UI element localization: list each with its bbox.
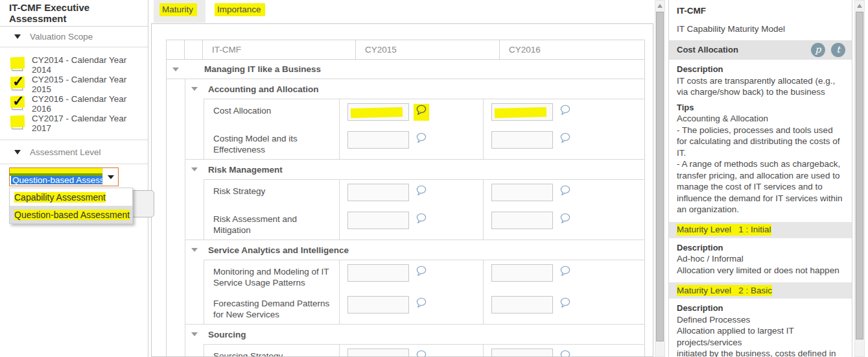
maturity-input[interactable] — [491, 212, 553, 229]
scroll-thumb[interactable] — [856, 12, 863, 339]
comment-bubble[interactable] — [414, 349, 429, 357]
comment-bubble-icon[interactable] — [415, 184, 428, 197]
section-valuation-scope[interactable]: Valuation Scope — [0, 27, 148, 47]
collapse-arrow-icon[interactable] — [191, 332, 198, 336]
comment-bubble-icon[interactable] — [415, 349, 428, 357]
header-cy2016: CY2016 — [500, 40, 644, 59]
comment-bubble-icon[interactable] — [559, 297, 572, 310]
comment-bubble[interactable] — [414, 212, 429, 229]
scroll-up-button[interactable] — [655, 1, 664, 11]
dropdown-option[interactable]: Question-based Assessment — [10, 206, 132, 223]
comment-bubble[interactable] — [557, 184, 573, 201]
maturity-content-panel: IT-CMF CY2015 CY2016 Managing IT like a … — [151, 23, 653, 357]
group-row[interactable]: Managing IT like a Business — [167, 60, 644, 79]
maturity-input[interactable] — [491, 103, 553, 121]
comment-bubble-icon[interactable] — [415, 265, 428, 278]
vertical-scrollbar[interactable] — [655, 0, 665, 357]
maturity-input[interactable] — [347, 184, 409, 201]
scope-item[interactable]: ✓CY2016 - Calendar Year 2016 — [0, 94, 148, 114]
maturity-input[interactable] — [347, 103, 409, 121]
dropdown-option[interactable]: Capability Assessment — [10, 188, 132, 206]
header-expand-col — [185, 40, 203, 59]
scope-item[interactable]: CY2014 - Calendar Year 2014 — [0, 55, 148, 75]
capability-label: Risk Assessment and Mitigation — [204, 208, 339, 240]
comment-bubble-icon[interactable] — [559, 132, 572, 145]
collapse-triangle-icon[interactable] — [14, 34, 21, 39]
subgroup-label: Accounting and Allocation — [208, 84, 319, 94]
comment-bubble-icon[interactable] — [415, 212, 428, 225]
comment-bubble-icon[interactable] — [559, 212, 572, 225]
maturity-level-bar: Maturity Level 2 : Basic — [669, 282, 852, 299]
comment-bubble-icon[interactable] — [415, 132, 428, 145]
maturity-input[interactable] — [347, 131, 409, 149]
subgroup-body: Sourcing Strategy — [204, 344, 644, 357]
comment-bubble[interactable] — [557, 132, 573, 149]
maturity-input[interactable] — [491, 131, 553, 149]
scope-item[interactable]: ✓CY2015 - Calendar Year 2015 — [0, 75, 148, 94]
value-cell-cy2015 — [339, 208, 483, 240]
maturity-input[interactable] — [347, 349, 409, 357]
comment-bubble-icon[interactable] — [415, 104, 428, 117]
assessment-level-select[interactable]: Question-based Assessm — [9, 167, 119, 186]
subgroup-row[interactable]: Risk Management — [185, 160, 644, 179]
group-label: Managing IT like a Business — [204, 64, 321, 74]
comment-bubble[interactable] — [414, 184, 429, 201]
scroll-thumb[interactable] — [656, 12, 664, 341]
checkbox[interactable] — [12, 118, 23, 129]
comment-bubble-icon[interactable] — [559, 184, 572, 197]
comment-bubble-icon[interactable] — [559, 104, 572, 117]
main-area: Maturity Importance IT-CMF CY2015 CY2016… — [151, 0, 653, 357]
scope-item-label: CY2016 - Calendar Year 2016 — [32, 94, 148, 114]
maturity-input[interactable] — [347, 212, 409, 229]
checkbox[interactable]: ✓ — [12, 99, 23, 110]
comment-bubble[interactable] — [557, 265, 573, 282]
level-description-text: Ad-hoc / InformalAllocation very limited… — [669, 253, 852, 276]
subgroup: Service Analytics and IntelligenceMonito… — [185, 240, 644, 325]
maturity-input[interactable] — [347, 296, 409, 314]
comment-bubble[interactable] — [414, 132, 429, 149]
subgroup-row[interactable]: Service Analytics and Intelligence — [185, 240, 644, 260]
scope-item-label: CY2015 - Calendar Year 2015 — [32, 75, 148, 94]
capability-name: Cost Allocation — [677, 44, 805, 56]
maturity-input[interactable] — [491, 296, 553, 314]
value-cell-cy2016 — [483, 127, 628, 159]
header-expand-col — [167, 40, 185, 59]
tab-maturity-label[interactable]: Maturity — [159, 5, 197, 14]
vertical-scrollbar[interactable] — [854, 0, 865, 357]
comment-bubble[interactable] — [414, 297, 429, 314]
maturity-input[interactable] — [347, 264, 409, 282]
level-description-label: Description — [669, 302, 852, 314]
collapse-arrow-icon[interactable] — [172, 68, 179, 71]
collapse-arrow-icon[interactable] — [191, 248, 198, 252]
select-arrow-zone[interactable] — [102, 168, 118, 186]
collapse-arrow-icon[interactable] — [191, 87, 198, 91]
section-assessment-level[interactable]: Assessment Level — [0, 140, 148, 164]
subgroup-row[interactable]: Sourcing — [185, 325, 644, 344]
scope-item[interactable]: CY2017 - Calendar Year 2017 — [0, 114, 148, 133]
comment-bubble[interactable] — [414, 104, 429, 121]
comment-bubble-icon[interactable] — [559, 349, 572, 357]
checkbox[interactable]: ✓ — [12, 79, 23, 90]
checkbox[interactable] — [12, 60, 23, 71]
comment-bubble[interactable] — [557, 104, 573, 121]
maturity-input[interactable] — [491, 264, 553, 282]
scroll-up-button[interactable] — [855, 1, 864, 11]
value-cell-cy2016 — [483, 292, 628, 324]
subgroup-row[interactable]: Accounting and Allocation — [185, 79, 644, 99]
hidden-button[interactable] — [131, 190, 154, 217]
tab-importance-label[interactable]: Importance — [215, 5, 265, 14]
comment-bubble[interactable] — [414, 265, 429, 282]
tips-icon[interactable]: t — [831, 43, 845, 57]
comment-bubble[interactable] — [557, 212, 573, 229]
maturity-input[interactable] — [491, 349, 553, 357]
maturity-input[interactable] — [491, 184, 553, 201]
comment-bubble[interactable] — [557, 349, 573, 357]
comment-bubble-icon[interactable] — [559, 265, 572, 278]
tips-line: - The policies, processes and tools used… — [677, 125, 845, 159]
practices-icon[interactable]: p — [811, 43, 825, 57]
level-description-label: Description — [669, 242, 852, 254]
collapse-triangle-icon[interactable] — [14, 150, 21, 154]
collapse-arrow-icon[interactable] — [191, 167, 198, 171]
comment-bubble[interactable] — [557, 297, 573, 314]
comment-bubble-icon[interactable] — [415, 297, 428, 310]
